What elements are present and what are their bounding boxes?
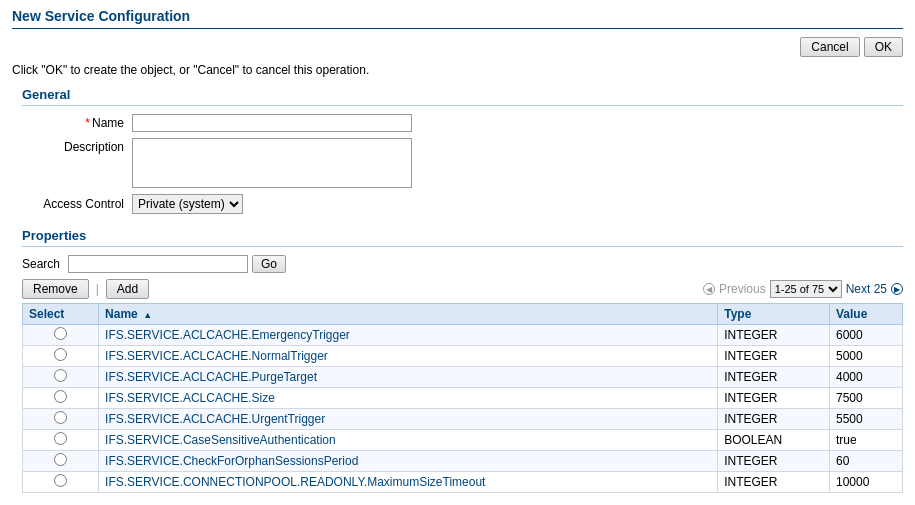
- page-container: New Service Configuration Cancel OK Clic…: [0, 0, 915, 501]
- properties-section: Properties Search Go Remove | Add ◀ Prev…: [12, 228, 903, 493]
- row-select-cell: [23, 367, 99, 388]
- row-select-cell: [23, 472, 99, 493]
- search-row: Search Go: [22, 255, 903, 273]
- toolbar-row: Remove | Add ◀ Previous 1-25 of 75 Next …: [22, 279, 903, 299]
- row-name-cell: IFS.SERVICE.ACLCACHE.EmergencyTrigger: [99, 325, 718, 346]
- description-label: Description: [22, 138, 132, 154]
- row-name-link[interactable]: IFS.SERVICE.ACLCACHE.NormalTrigger: [105, 349, 328, 363]
- row-value-cell: 6000: [829, 325, 902, 346]
- row-select-cell: [23, 346, 99, 367]
- row-select-cell: [23, 409, 99, 430]
- name-row: *Name: [22, 114, 903, 132]
- search-label: Search: [22, 257, 60, 271]
- required-star: *: [85, 116, 90, 130]
- row-name-cell: IFS.SERVICE.ACLCACHE.Size: [99, 388, 718, 409]
- access-control-label: Access Control: [22, 197, 132, 211]
- access-control-row: Access Control Private (system) Public S…: [22, 194, 903, 214]
- page-title: New Service Configuration: [12, 8, 903, 29]
- row-type-cell: INTEGER: [718, 472, 830, 493]
- properties-table: Select Name ▲ Type Value IFS.SERVICE.ACL…: [22, 303, 903, 493]
- separator: |: [96, 282, 99, 296]
- row-select-cell: [23, 430, 99, 451]
- row-type-cell: INTEGER: [718, 325, 830, 346]
- row-radio[interactable]: [54, 474, 67, 487]
- row-name-link[interactable]: IFS.SERVICE.ACLCACHE.PurgeTarget: [105, 370, 317, 384]
- row-type-cell: INTEGER: [718, 388, 830, 409]
- row-name-link[interactable]: IFS.SERVICE.ACLCACHE.UrgentTrigger: [105, 412, 325, 426]
- add-button[interactable]: Add: [106, 279, 149, 299]
- row-name-cell: IFS.SERVICE.ACLCACHE.PurgeTarget: [99, 367, 718, 388]
- row-name-link[interactable]: IFS.SERVICE.CheckForOrphanSessionsPeriod: [105, 454, 358, 468]
- col-type: Type: [718, 304, 830, 325]
- row-name-link[interactable]: IFS.SERVICE.ACLCACHE.EmergencyTrigger: [105, 328, 350, 342]
- table-row: IFS.SERVICE.ACLCACHE.PurgeTargetINTEGER4…: [23, 367, 903, 388]
- table-row: IFS.SERVICE.ACLCACHE.EmergencyTriggerINT…: [23, 325, 903, 346]
- col-value: Value: [829, 304, 902, 325]
- row-radio[interactable]: [54, 369, 67, 382]
- row-name-cell: IFS.SERVICE.ACLCACHE.UrgentTrigger: [99, 409, 718, 430]
- previous-circle-icon: ◀: [703, 283, 715, 295]
- row-type-cell: INTEGER: [718, 409, 830, 430]
- row-radio[interactable]: [54, 390, 67, 403]
- top-buttons: Cancel OK: [12, 37, 903, 57]
- name-label: *Name: [22, 116, 132, 130]
- sort-arrow-name: ▲: [143, 310, 152, 320]
- row-radio[interactable]: [54, 348, 67, 361]
- description-textarea[interactable]: [132, 138, 412, 188]
- instruction-text: Click "OK" to create the object, or "Can…: [12, 63, 903, 77]
- row-name-cell: IFS.SERVICE.ACLCACHE.NormalTrigger: [99, 346, 718, 367]
- access-control-select[interactable]: Private (system) Public Shared: [132, 194, 243, 214]
- description-row: Description: [22, 138, 903, 188]
- row-name-link[interactable]: IFS.SERVICE.ACLCACHE.Size: [105, 391, 275, 405]
- row-value-cell: 7500: [829, 388, 902, 409]
- row-name-cell: IFS.SERVICE.CONNECTIONPOOL.READONLY.Maxi…: [99, 472, 718, 493]
- name-input[interactable]: [132, 114, 412, 132]
- row-type-cell: INTEGER: [718, 346, 830, 367]
- row-radio[interactable]: [54, 327, 67, 340]
- row-type-cell: INTEGER: [718, 451, 830, 472]
- row-radio[interactable]: [54, 432, 67, 445]
- previous-button[interactable]: Previous: [719, 282, 766, 296]
- row-select-cell: [23, 388, 99, 409]
- row-value-cell: 5500: [829, 409, 902, 430]
- properties-section-title: Properties: [22, 228, 903, 247]
- row-name-link[interactable]: IFS.SERVICE.CaseSensitiveAuthentication: [105, 433, 336, 447]
- page-range-select[interactable]: 1-25 of 75: [770, 280, 842, 298]
- toolbar-right: ◀ Previous 1-25 of 75 Next 25 ▶: [703, 280, 903, 298]
- table-row: IFS.SERVICE.ACLCACHE.NormalTriggerINTEGE…: [23, 346, 903, 367]
- table-row: IFS.SERVICE.ACLCACHE.UrgentTriggerINTEGE…: [23, 409, 903, 430]
- toolbar-left: Remove | Add: [22, 279, 149, 299]
- ok-button[interactable]: OK: [864, 37, 903, 57]
- row-value-cell: 60: [829, 451, 902, 472]
- table-row: IFS.SERVICE.CaseSensitiveAuthenticationB…: [23, 430, 903, 451]
- next-circle-icon: ▶: [891, 283, 903, 295]
- row-value-cell: 5000: [829, 346, 902, 367]
- row-value-cell: true: [829, 430, 902, 451]
- row-value-cell: 4000: [829, 367, 902, 388]
- row-select-cell: [23, 451, 99, 472]
- col-select: Select: [23, 304, 99, 325]
- row-name-cell: IFS.SERVICE.CheckForOrphanSessionsPeriod: [99, 451, 718, 472]
- next-button[interactable]: Next 25: [846, 282, 887, 296]
- table-row: IFS.SERVICE.CheckForOrphanSessionsPeriod…: [23, 451, 903, 472]
- cancel-button[interactable]: Cancel: [800, 37, 859, 57]
- remove-button[interactable]: Remove: [22, 279, 89, 299]
- table-body: IFS.SERVICE.ACLCACHE.EmergencyTriggerINT…: [23, 325, 903, 493]
- table-header: Select Name ▲ Type Value: [23, 304, 903, 325]
- general-section-title: General: [22, 87, 903, 106]
- row-name-link[interactable]: IFS.SERVICE.CONNECTIONPOOL.READONLY.Maxi…: [105, 475, 485, 489]
- general-section: General *Name Description Access Control…: [12, 87, 903, 214]
- row-type-cell: BOOLEAN: [718, 430, 830, 451]
- col-name: Name ▲: [99, 304, 718, 325]
- row-radio[interactable]: [54, 453, 67, 466]
- row-value-cell: 10000: [829, 472, 902, 493]
- table-row: IFS.SERVICE.ACLCACHE.SizeINTEGER7500: [23, 388, 903, 409]
- row-select-cell: [23, 325, 99, 346]
- table-row: IFS.SERVICE.CONNECTIONPOOL.READONLY.Maxi…: [23, 472, 903, 493]
- row-type-cell: INTEGER: [718, 367, 830, 388]
- row-radio[interactable]: [54, 411, 67, 424]
- search-input[interactable]: [68, 255, 248, 273]
- row-name-cell: IFS.SERVICE.CaseSensitiveAuthentication: [99, 430, 718, 451]
- go-button[interactable]: Go: [252, 255, 286, 273]
